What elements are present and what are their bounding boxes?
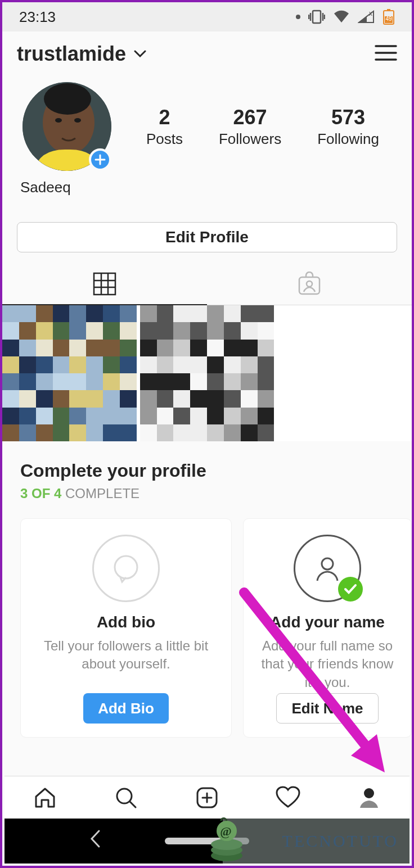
svg-point-10 bbox=[44, 83, 91, 115]
nav-search[interactable] bbox=[86, 776, 166, 819]
plus-icon bbox=[94, 154, 106, 165]
complete-title: Complete your profile bbox=[20, 460, 394, 481]
complete-progress: 3 OF 4 COMPLETE bbox=[20, 486, 394, 501]
posts-grid bbox=[2, 305, 412, 441]
vibrate-icon bbox=[308, 10, 325, 24]
dot-icon bbox=[296, 15, 300, 19]
svg-point-11 bbox=[55, 118, 62, 123]
svg-text:49: 49 bbox=[385, 16, 392, 22]
svg-point-12 bbox=[74, 118, 81, 123]
post-thumbnail[interactable] bbox=[140, 305, 274, 441]
followers-count: 267 bbox=[219, 106, 281, 129]
wifi-icon bbox=[333, 10, 350, 24]
back-icon bbox=[89, 829, 101, 848]
check-icon bbox=[344, 584, 357, 595]
edit-profile-button[interactable]: Edit Profile bbox=[17, 222, 397, 252]
username-text: trustlamide bbox=[17, 42, 126, 66]
svg-point-15 bbox=[307, 281, 312, 287]
speech-bubble-icon bbox=[110, 553, 142, 584]
avatar-container[interactable] bbox=[22, 82, 111, 171]
bottom-nav bbox=[4, 776, 410, 819]
username-dropdown[interactable]: trustlamide bbox=[17, 42, 146, 66]
android-back-button[interactable] bbox=[89, 829, 101, 853]
profile-stats: 2 Posts 267 Followers 573 Following bbox=[111, 106, 397, 148]
svg-point-16 bbox=[115, 556, 137, 578]
status-icons: x 49 bbox=[296, 8, 395, 25]
display-name: Sadeeq bbox=[2, 171, 412, 196]
plus-square-icon bbox=[195, 785, 219, 810]
hamburger-icon bbox=[375, 44, 397, 61]
tagged-icon bbox=[297, 272, 322, 296]
nav-profile[interactable] bbox=[328, 776, 410, 819]
grid-icon bbox=[93, 272, 116, 296]
chevron-down-icon bbox=[134, 50, 146, 58]
followers-label: Followers bbox=[219, 130, 281, 148]
watermark-text: TECNOTUTO bbox=[282, 831, 398, 851]
svg-point-0 bbox=[296, 15, 300, 19]
card-desc: Tell your followers a little bit about y… bbox=[32, 637, 220, 673]
profile-icon bbox=[358, 786, 380, 809]
card-add-bio: Add bio Tell your followers a little bit… bbox=[20, 518, 232, 738]
svg-rect-4 bbox=[387, 9, 390, 11]
tab-grid[interactable] bbox=[2, 263, 207, 305]
complete-cards: Add bio Tell your followers a little bit… bbox=[2, 507, 412, 749]
edit-name-button[interactable]: Edit Name bbox=[276, 693, 378, 724]
posts-count: 2 bbox=[146, 106, 183, 129]
add-bio-button[interactable]: Add Bio bbox=[83, 693, 169, 724]
post-thumbnail[interactable] bbox=[2, 305, 137, 441]
nav-activity[interactable] bbox=[248, 776, 328, 819]
watermark: @ TECNOTUTO bbox=[223, 819, 410, 864]
complete-profile-section: Complete your profile 3 OF 4 COMPLETE bbox=[2, 441, 412, 507]
search-icon bbox=[114, 785, 138, 810]
home-icon bbox=[33, 785, 57, 810]
heart-icon bbox=[274, 785, 302, 810]
battery-icon: 49 bbox=[382, 8, 395, 25]
stat-posts[interactable]: 2 Posts bbox=[146, 106, 183, 148]
card-add-name: Add your name Add your full name so that… bbox=[243, 518, 412, 738]
card-title: Add your name bbox=[270, 613, 385, 631]
svg-rect-1 bbox=[313, 11, 321, 23]
card-icon-bio bbox=[92, 535, 160, 602]
svg-point-17 bbox=[322, 558, 333, 569]
status-time: 23:13 bbox=[19, 8, 56, 26]
watermark-logo-icon: @ bbox=[207, 816, 246, 867]
check-badge bbox=[338, 577, 363, 602]
svg-rect-14 bbox=[299, 277, 320, 294]
app-header: trustlamide bbox=[2, 31, 412, 76]
signal-icon: x bbox=[358, 10, 375, 24]
menu-button[interactable] bbox=[375, 44, 397, 64]
post-empty bbox=[277, 305, 412, 441]
nav-home[interactable] bbox=[4, 776, 86, 819]
person-icon bbox=[312, 553, 343, 584]
card-desc: Add your full name so that your friends … bbox=[255, 637, 400, 691]
stat-followers[interactable]: 267 Followers bbox=[219, 106, 281, 148]
add-story-button[interactable] bbox=[89, 148, 111, 171]
nav-new-post[interactable] bbox=[166, 776, 248, 819]
stat-following[interactable]: 573 Following bbox=[317, 106, 379, 148]
card-icon-name bbox=[294, 535, 361, 602]
following-count: 573 bbox=[317, 106, 379, 129]
svg-text:x: x bbox=[369, 10, 372, 17]
profile-view-tabs bbox=[2, 263, 412, 305]
android-status-bar: 23:13 x 49 bbox=[2, 2, 412, 31]
tab-tagged[interactable] bbox=[207, 263, 412, 305]
svg-rect-13 bbox=[94, 273, 115, 295]
posts-label: Posts bbox=[146, 130, 183, 148]
svg-point-20 bbox=[364, 788, 374, 798]
svg-text:@: @ bbox=[220, 824, 233, 838]
card-title: Add bio bbox=[97, 613, 155, 631]
profile-info-row: 2 Posts 267 Followers 573 Following bbox=[2, 76, 412, 171]
following-label: Following bbox=[317, 130, 379, 148]
